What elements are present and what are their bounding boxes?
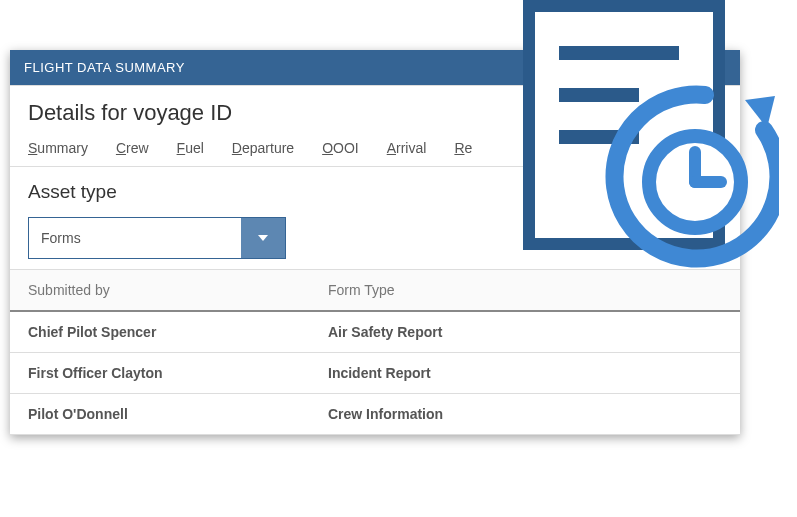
tab-oooi[interactable]: OOOI [322, 140, 359, 156]
cell-submitted-by: First Officer Clayton [28, 365, 328, 381]
cell-form-type: Incident Report [328, 365, 722, 381]
forms-table: Submitted by Form Type Chief Pilot Spenc… [10, 270, 740, 435]
panel-header: FLIGHT DATA SUMMARY [10, 50, 740, 85]
cell-form-type: Crew Information [328, 406, 722, 422]
dropdown-toggle-button[interactable] [241, 218, 285, 258]
table-row[interactable]: Chief Pilot Spencer Air Safety Report [10, 312, 740, 353]
table-row[interactable]: First Officer Clayton Incident Report [10, 353, 740, 394]
table-header-row: Submitted by Form Type [10, 270, 740, 312]
col-submitted-by: Submitted by [28, 282, 328, 298]
cell-submitted-by: Chief Pilot Spencer [28, 324, 328, 340]
table-row[interactable]: Pilot O'Donnell Crew Information [10, 394, 740, 435]
tab-re[interactable]: Re [454, 140, 472, 156]
chevron-down-icon [258, 235, 268, 241]
svg-marker-4 [745, 96, 775, 128]
panel-title: FLIGHT DATA SUMMARY [24, 60, 185, 75]
cell-form-type: Air Safety Report [328, 324, 722, 340]
details-section: Details for voyage ID Summary Crew Fuel … [10, 85, 740, 166]
table-section: Submitted by Form Type Chief Pilot Spenc… [10, 269, 740, 435]
tab-crew[interactable]: Crew [116, 140, 149, 156]
col-form-type: Form Type [328, 282, 722, 298]
dropdown-selected: Forms [29, 218, 241, 258]
asset-type-title: Asset type [28, 181, 722, 203]
page-title: Details for voyage ID [28, 100, 722, 126]
asset-section: Asset type Forms [10, 166, 740, 269]
cell-submitted-by: Pilot O'Donnell [28, 406, 328, 422]
tab-departure[interactable]: Departure [232, 140, 294, 156]
asset-type-dropdown[interactable]: Forms [28, 217, 286, 259]
tab-summary[interactable]: Summary [28, 140, 88, 156]
tab-arrival[interactable]: Arrival [387, 140, 427, 156]
flight-data-panel: FLIGHT DATA SUMMARY Details for voyage I… [10, 50, 740, 435]
tabs: Summary Crew Fuel Departure OOOI Arrival… [28, 140, 722, 156]
tab-fuel[interactable]: Fuel [177, 140, 204, 156]
